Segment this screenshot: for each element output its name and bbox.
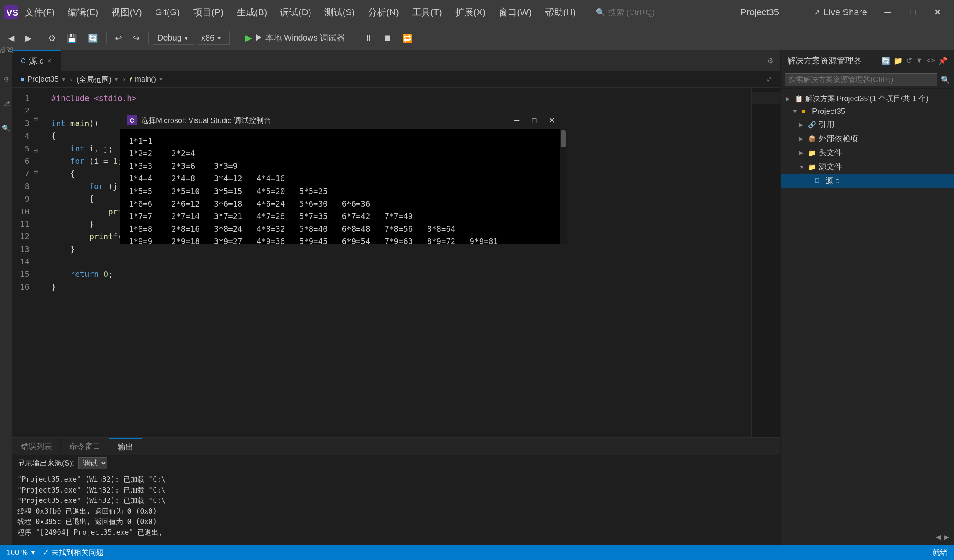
zoom-level[interactable]: 100 % ▼ [7,548,36,557]
minimize-button[interactable]: ─ [875,0,900,25]
menu-git[interactable]: Git(G) [149,5,187,20]
solution-explorer-header: 解决方案资源管理器 🔄 📁 ↺ ▼ <> 📌 [781,50,954,71]
toolbar-debug-1[interactable]: ⏸ [360,31,377,44]
console-maximize-button[interactable]: □ [526,112,543,129]
menu-edit[interactable]: 编辑(E) [61,4,105,21]
solution-root-node[interactable]: ▶ 📋 解决方案'Project35'(1 个项目/共 1 个) [781,92,954,105]
zoom-value: 100 % [7,548,28,557]
minimap-highlight [752,92,780,104]
close-button[interactable]: ✕ [925,0,950,25]
toolbar-icon-1[interactable]: ⚙ [44,31,60,45]
global-search-input[interactable] [608,8,691,17]
platform-dropdown[interactable]: x86 ▼ [197,31,230,45]
editor-tab-source[interactable]: C 源.c ✕ [12,50,61,71]
toolbar-icon-5[interactable]: ↪ [129,31,144,45]
solution-explorer-panel: 解决方案资源管理器 🔄 📁 ↺ ▼ <> 📌 🔍 ▶ 📋 解决方案'Projec… [780,50,954,545]
menu-build[interactable]: 生成(B) [230,4,274,21]
console-content[interactable]: 1*1=1 1*2=2 2*2=4 1*3=3 2*3=6 3*3=9 1*4=… [120,129,560,244]
console-scrollbar[interactable] [560,129,567,244]
output-line-5: 线程 0x395c 已退出, 返回值为 0 (0x0) [17,517,775,527]
gutter: ⊟ ⊟ ⊟ [33,88,43,437]
menu-extensions[interactable]: 扩展(X) [449,4,492,21]
solution-explorer-toolbar: 🔄 📁 ↺ ▼ <> 📌 [881,56,947,65]
tab-error-list[interactable]: 错误列表 [12,438,61,455]
activity-bar: 解决 ⚙ ⎇ 🔍 [0,50,12,545]
menu-project[interactable]: 项目(P) [187,4,230,21]
toolbar-debug-2[interactable]: ⏹ [379,31,396,44]
output-source-select[interactable]: 调试 [78,457,107,469]
func-icon: ƒ [129,76,132,83]
source-c-icon: C [815,177,823,185]
command-window-label: 命令窗口 [69,441,101,452]
project-name: Project35 [27,75,59,84]
console-window: C 选择Microsoft Visual Studio 调试控制台 ─ □ ✕ … [120,112,567,244]
error-list-label: 错误列表 [21,441,52,452]
toolbar-icon-4[interactable]: ↩ [111,31,126,45]
console-close-button[interactable]: ✕ [543,112,560,129]
status-text: 未找到相关问题 [51,548,103,558]
source-files-node[interactable]: ▼ 📁 源文件 [781,160,954,174]
se-refresh-icon[interactable]: ↺ [906,56,912,65]
tab-settings-icon[interactable]: ⚙ [760,50,780,71]
project-icon: ■ [21,76,25,83]
nav-back-button[interactable]: ◀ [4,31,19,45]
console-minimize-button[interactable]: ─ [509,112,525,129]
live-share-button[interactable]: ↗ Live Share [805,5,875,19]
config-chevron-icon: ▼ [183,35,189,41]
menu-tools[interactable]: 工具(T) [406,4,449,21]
se-folder-icon[interactable]: 📁 [894,56,903,65]
se-sync-icon[interactable]: 🔄 [881,56,890,65]
project-node[interactable]: ▼ ■ Project35 [781,105,954,118]
tab-command-window[interactable]: 命令窗口 [61,438,109,455]
menu-view[interactable]: 视图(V) [105,4,148,21]
rp-footer-icon-1[interactable]: ◀ [936,533,941,541]
console-icon: C [127,115,137,125]
header-files-node[interactable]: ▶ 📁 头文件 [781,146,954,160]
config-dropdown[interactable]: Debug ▼ [153,31,194,45]
rp-footer-icon-2[interactable]: ▶ [944,533,949,541]
fold-icon-for2[interactable]: ⊟ [33,168,38,175]
expand-icon[interactable]: ⤢ [767,75,772,83]
se-filter-icon[interactable]: ▼ [916,56,923,65]
toolbar-debug-3[interactable]: 🔁 [398,31,417,45]
code-line-14 [51,255,736,268]
activity-server-icon[interactable]: ⚙ [2,75,10,83]
se-code-icon[interactable]: <> [926,56,935,65]
activity-git-icon[interactable]: ⎇ [2,100,10,108]
console-output: 1*1=1 1*2=2 2*2=4 1*3=3 2*3=6 3*3=9 1*4=… [129,135,552,244]
func-breadcrumb[interactable]: ƒ main() ▼ [129,75,163,84]
maximize-button[interactable]: □ [900,0,925,25]
tab-output[interactable]: 输出 [109,438,142,455]
solution-label: 解决方案'Project35'(1 个项目/共 1 个) [805,94,928,103]
references-node[interactable]: ▶ 🔗 引用 [781,118,954,132]
activity-search-icon[interactable]: 🔍 [2,124,10,132]
source-c-label: 源.c [825,175,839,186]
menu-debug[interactable]: 调试(D) [274,4,318,21]
source-files-label: 源文件 [819,161,842,172]
run-button[interactable]: ▶ ▶ 本地 Windows 调试器 [238,31,351,45]
code-scrollbar[interactable] [745,88,751,437]
window-controls: ─ □ ✕ [875,0,950,25]
menu-test[interactable]: 测试(S) [318,4,361,21]
external-deps-node[interactable]: ▶ 📦 外部依赖项 [781,132,954,146]
source-c-node[interactable]: C 源.c [781,174,954,188]
nav-fwd-button[interactable]: ▶ [21,31,36,45]
toolbar-icon-2[interactable]: 💾 [62,31,81,45]
project-breadcrumb[interactable]: ■ Project35 ▼ [21,75,66,84]
solution-search-input[interactable] [785,73,937,86]
tab-close-icon[interactable]: ✕ [47,57,52,65]
run-label: ▶ 本地 Windows 调试器 [255,32,345,43]
check-status[interactable]: ✓ 未找到相关问题 [43,548,103,558]
minimap [751,88,780,437]
se-pin-icon[interactable]: 📌 [938,56,947,65]
fold-icon-main[interactable]: ⊟ [33,115,38,122]
menu-help[interactable]: 帮助(H) [538,4,583,21]
menu-file[interactable]: 文件(F) [18,4,61,21]
toolbar-icon-3[interactable]: 🔄 [84,31,102,45]
menu-window[interactable]: 窗口(W) [492,4,538,21]
scope-breadcrumb[interactable]: (全局范围) ▼ [77,75,119,84]
platform-label: x86 [201,33,214,43]
output-line-1: "Project35.exe" (Win32): 已加载 "C:\ [17,474,775,485]
fold-icon-for1[interactable]: ⊟ [33,147,38,154]
menu-analyze[interactable]: 分析(N) [361,4,406,21]
